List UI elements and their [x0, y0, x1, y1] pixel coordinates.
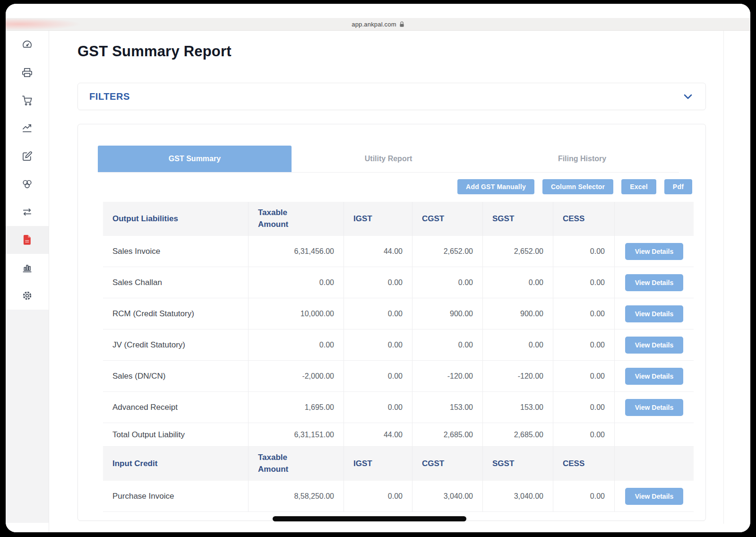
- taxable-amount-cell: 0.00: [248, 267, 344, 298]
- view-details-button[interactable]: View Details: [625, 274, 683, 291]
- taxable-amount-cell: 10,000.00: [248, 298, 344, 329]
- sidebar-item-statistics[interactable]: [6, 254, 49, 282]
- home-indicator-bar[interactable]: [273, 516, 466, 521]
- traffic-light-glow: [6, 18, 81, 30]
- row-label: JV (Credit Statutory): [103, 329, 248, 360]
- cgst-cell: 900.00: [412, 298, 482, 329]
- view-details-button[interactable]: View Details: [625, 305, 683, 322]
- table-row: Advanced Receipt 1,695.00 0.00 153.00 15…: [103, 392, 694, 423]
- table-row: RCM (Credit Statutory) 10,000.00 0.00 90…: [103, 298, 694, 329]
- report-toolbar: Add GST Manually Column Selector Excel P…: [78, 179, 692, 194]
- sidebar-item-settings[interactable]: [6, 282, 49, 310]
- sgst-cell: 900.00: [482, 298, 553, 329]
- gauge-icon: [22, 39, 33, 50]
- cgst-cell: 0.00: [412, 329, 482, 360]
- igst-cell: 0.00: [344, 329, 412, 360]
- sgst-cell: 3,040.00: [482, 481, 553, 511]
- row-label: Total Output Liability: [103, 423, 248, 446]
- chevron-down-icon[interactable]: [684, 94, 692, 99]
- window-titlebar: [6, 4, 750, 18]
- taxable-amount-cell: 6,31,151.00: [248, 423, 344, 446]
- bar-chart-icon: [22, 262, 33, 273]
- taxable-amount-cell: -2,000.00: [248, 361, 344, 391]
- section-title: Output Liabilities: [103, 202, 248, 236]
- browser-window: app.ankpal.com: [6, 4, 750, 532]
- table-row: Sales (DN/CN) -2,000.00 0.00 -120.00 -12…: [103, 361, 694, 392]
- sgst-cell: 0.00: [482, 329, 553, 360]
- igst-cell: 0.00: [344, 392, 412, 423]
- cgst-cell: -120.00: [412, 361, 482, 391]
- row-label: Sales (DN/CN): [103, 361, 248, 391]
- actions-column-header: [614, 202, 694, 236]
- igst-cell: 44.00: [344, 236, 412, 267]
- add-gst-manually-button[interactable]: Add GST Manually: [457, 179, 534, 194]
- row-label: Purchase Invoice: [103, 481, 248, 511]
- column-header: IGST: [353, 458, 372, 470]
- sidebar-footer-fill: [6, 310, 49, 523]
- column-header: SGST: [492, 213, 514, 225]
- report-icon: [21, 234, 33, 246]
- taxable-amount-cell: 0.00: [248, 329, 344, 360]
- tab-bar: GST Summary Utility Report Filing Histor…: [98, 146, 679, 173]
- view-details-button[interactable]: View Details: [625, 488, 683, 505]
- sidebar-item-transactions[interactable]: [6, 198, 49, 226]
- sidebar-item-accounts[interactable]: [6, 170, 49, 198]
- cgst-cell: 3,040.00: [412, 481, 482, 511]
- table-row: Purchase Invoice 8,58,250.00 0.00 3,040.…: [103, 481, 694, 512]
- filters-panel[interactable]: FILTERS: [77, 83, 706, 110]
- report-panel: GST Summary Utility Report Filing Histor…: [77, 124, 706, 521]
- section-title: Input Credit: [103, 447, 248, 481]
- column-selector-button[interactable]: Column Selector: [542, 179, 613, 194]
- cess-cell: 0.00: [553, 392, 614, 423]
- sidebar-item-print[interactable]: [6, 59, 49, 87]
- cgst-cell: 153.00: [412, 392, 482, 423]
- pdf-export-button[interactable]: Pdf: [664, 179, 692, 194]
- sidebar-item-entries[interactable]: [6, 142, 49, 170]
- scrollbar-track[interactable]: [723, 31, 724, 524]
- main-content: GST Summary Report FILTERS GST Summary U…: [49, 31, 750, 532]
- view-details-button[interactable]: View Details: [625, 243, 683, 260]
- view-details-button[interactable]: View Details: [625, 337, 683, 354]
- column-header: CESS: [563, 458, 584, 470]
- app-layout: GST Summary Report FILTERS GST Summary U…: [6, 31, 750, 532]
- row-label: RCM (Credit Statutory): [103, 298, 248, 329]
- coins-icon: [22, 179, 33, 190]
- igst-cell: 0.00: [344, 361, 412, 391]
- igst-cell: 0.00: [344, 267, 412, 298]
- sgst-cell: -120.00: [482, 361, 553, 391]
- sgst-cell: 2,685.00: [482, 423, 553, 446]
- actions-column-header: [614, 447, 694, 481]
- view-details-button[interactable]: View Details: [625, 399, 683, 416]
- column-header: CGST: [422, 458, 444, 470]
- column-header: Taxable Amount: [258, 452, 303, 475]
- tab-utility-report[interactable]: Utility Report: [292, 146, 485, 172]
- printer-icon: [22, 67, 33, 78]
- column-header: CESS: [563, 213, 584, 225]
- row-label: Advanced Receipt: [103, 392, 248, 423]
- row-label: Sales Challan: [103, 267, 248, 298]
- view-details-button[interactable]: View Details: [625, 368, 683, 385]
- igst-cell: 0.00: [344, 481, 412, 511]
- column-header: Taxable Amount: [258, 207, 303, 230]
- excel-export-button[interactable]: Excel: [621, 179, 656, 194]
- taxable-amount-cell: 8,58,250.00: [248, 481, 344, 511]
- cess-cell: 0.00: [553, 423, 614, 446]
- table-section-header: Input Credit Taxable Amount IGST CGST SG…: [103, 447, 694, 481]
- url-text: app.ankpal.com: [352, 21, 396, 28]
- sidebar-item-sales[interactable]: [6, 87, 49, 114]
- cgst-cell: 2,685.00: [412, 423, 482, 446]
- cess-cell: 0.00: [553, 298, 614, 329]
- gst-summary-table: Output Liabilities Taxable Amount IGST C…: [103, 202, 694, 512]
- page-title: GST Summary Report: [77, 43, 750, 60]
- sidebar-item-reports[interactable]: [6, 226, 49, 254]
- browser-url-bar[interactable]: app.ankpal.com: [6, 18, 750, 31]
- table-section-header: Output Liabilities Taxable Amount IGST C…: [103, 202, 694, 236]
- cess-cell: 0.00: [553, 267, 614, 298]
- tab-filing-history[interactable]: Filing History: [485, 146, 679, 172]
- empty-action-cell: [614, 423, 694, 446]
- sidebar-item-dashboard[interactable]: [6, 31, 49, 59]
- tab-gst-summary[interactable]: GST Summary: [98, 146, 292, 172]
- column-header: SGST: [492, 458, 514, 470]
- sidebar-item-analytics[interactable]: [6, 114, 49, 142]
- cess-cell: 0.00: [553, 481, 614, 511]
